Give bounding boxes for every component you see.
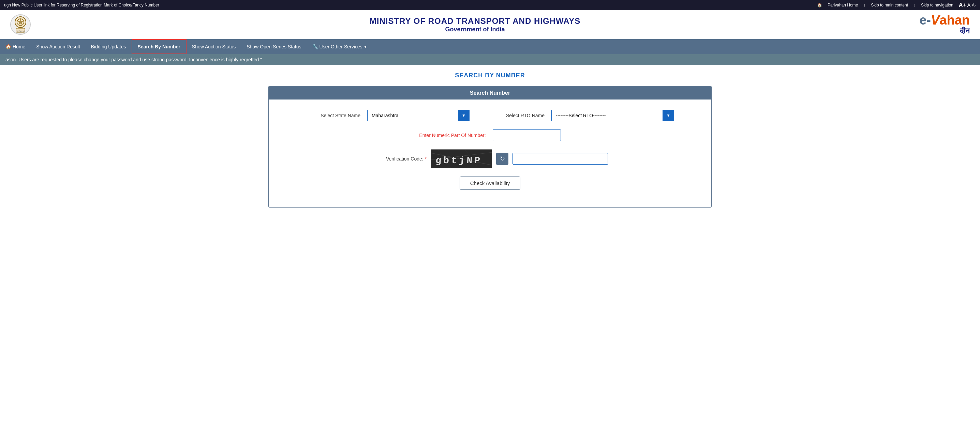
svg-text:gbtjNP: gbtjNP [435, 155, 482, 166]
brand-vahan: V [931, 13, 939, 27]
svg-text:सत्यमेव जयते: सत्यमेव जयते [16, 30, 25, 32]
parivahan-home-link[interactable]: Parivahan Home [827, 3, 858, 8]
nav-show-open-series-status[interactable]: Show Open Series Status [241, 39, 307, 54]
brand-ahan: ahan [939, 13, 970, 27]
user-services-icon: 🔧 [312, 44, 318, 49]
required-star: * [425, 156, 426, 162]
nav-show-auction-result[interactable]: Show Auction Result [31, 39, 85, 54]
header: सत्यमेव जयते MINISTRY OF ROAD TRANSPORT … [0, 10, 980, 39]
search-card-body: Select State Name Maharashtra Delhi Utta… [269, 100, 711, 207]
captcha-row: Verification Code: * gbtjNP [283, 149, 697, 168]
state-select-wrapper: Maharashtra Delhi Uttar Pradesh Tamil Na… [367, 110, 469, 121]
captcha-input[interactable] [512, 153, 608, 165]
evahan-brand: e-Vahan दीन [919, 14, 970, 35]
captcha-refresh-btn[interactable]: ↻ [496, 153, 508, 165]
nav-show-auction-status[interactable]: Show Auction Status [186, 39, 241, 54]
nav-bidding-updates[interactable]: Bidding Updates [86, 39, 132, 54]
dropdown-arrow-icon: ▼ [364, 45, 367, 49]
state-select[interactable]: Maharashtra Delhi Uttar Pradesh Tamil Na… [367, 110, 469, 121]
navbar: 🏠 Home Show Auction Result Bidding Updat… [0, 39, 980, 54]
captcha-image: gbtjNP [431, 149, 492, 168]
header-logo: सत्यमेव जयते [10, 14, 31, 35]
marquee-text: ugh New Public User link for Reserving o… [4, 3, 817, 8]
nav-user-other-services[interactable]: 🔧 User Other Services ▼ [307, 39, 373, 54]
main-content: SEARCH BY NUMBER Search Number Select St… [0, 65, 980, 214]
numeric-input[interactable] [493, 130, 561, 141]
state-rto-row: Select State Name Maharashtra Delhi Utta… [283, 110, 697, 121]
button-row: Check Availability [283, 176, 697, 190]
rto-select-wrapper: --------Select RTO-------- ▼ [551, 110, 674, 121]
skip-nav-link[interactable]: Skip to navigation [921, 3, 953, 8]
brand-e: e- [919, 13, 931, 27]
search-card: Search Number Select State Name Maharash… [268, 86, 712, 208]
state-label: Select State Name [306, 113, 360, 118]
verification-label: Verification Code: * [372, 156, 426, 162]
numeric-label: Enter Numeric Part Of Number: [419, 133, 485, 138]
page-title: SEARCH BY NUMBER [10, 72, 970, 79]
search-card-header: Search Number [269, 87, 711, 100]
home-icon: 🏠 [817, 3, 822, 8]
rto-select[interactable]: --------Select RTO-------- [551, 110, 674, 121]
emblem: सत्यमेव जयते [10, 14, 31, 35]
font-medium-btn[interactable]: A [967, 2, 970, 8]
skip-main-link[interactable]: Skip to main content [871, 3, 908, 8]
home-nav-icon: 🏠 [5, 44, 11, 49]
font-size-controls: A+ A A- [959, 2, 976, 8]
rto-label: Select RTO Name [490, 113, 544, 118]
govt-subtitle: Government of India [31, 26, 919, 33]
numeric-row: Enter Numeric Part Of Number: [283, 130, 697, 141]
notice-bar: ason. Users are requested to please chan… [0, 54, 980, 65]
nav-home[interactable]: 🏠 Home [0, 39, 31, 54]
ministry-title: MINISTRY OF ROAD TRANSPORT AND HIGHWAYS [31, 16, 919, 26]
check-availability-button[interactable]: Check Availability [460, 176, 520, 190]
top-bar: ugh New Public User link for Reserving o… [0, 0, 980, 10]
font-large-btn[interactable]: A+ [959, 2, 966, 8]
refresh-icon: ↻ [500, 155, 505, 163]
top-bar-right: 🏠 Parivahan Home ↓ Skip to main content … [817, 2, 976, 8]
brand-sub: दीन [960, 27, 970, 35]
font-small-btn[interactable]: A- [972, 3, 976, 8]
header-title: MINISTRY OF ROAD TRANSPORT AND HIGHWAYS … [31, 16, 919, 33]
captcha-noise: gbtjNP [431, 150, 492, 168]
nav-search-by-number[interactable]: Search By Number [132, 39, 186, 54]
